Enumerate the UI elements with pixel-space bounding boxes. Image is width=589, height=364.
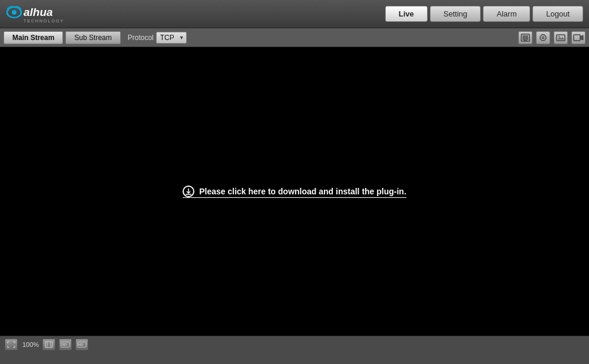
- sub-stream-button[interactable]: Sub Stream: [65, 31, 120, 44]
- snapshot-icon: [538, 34, 548, 42]
- svg-point-1: [12, 10, 16, 15]
- svg-text:TECHNOLOGY: TECHNOLOGY: [24, 19, 64, 23]
- aspect-ratio-icon: [45, 341, 53, 348]
- logo-area: alhua TECHNOLOGY: [6, 3, 77, 25]
- video-record-icon-button[interactable]: [571, 31, 585, 44]
- svg-rect-6: [524, 40, 527, 41]
- nav-setting-button[interactable]: Setting: [430, 6, 481, 22]
- record-image-icon: [556, 34, 565, 42]
- zoom-level: 100%: [22, 341, 39, 348]
- hd-icon: HD: [77, 341, 87, 348]
- svg-point-8: [542, 36, 545, 39]
- nav-buttons: Live Setting Alarm Logout: [385, 6, 583, 22]
- svg-text:SD: SD: [62, 343, 67, 346]
- main-stream-button[interactable]: Main Stream: [4, 31, 63, 44]
- realtime-icon-button[interactable]: [518, 31, 532, 44]
- toolbar-right: [518, 31, 585, 44]
- fullscreen-icon-button[interactable]: [5, 339, 18, 350]
- protocol-select-wrapper[interactable]: TCP UDP RTP: [156, 32, 187, 44]
- header: alhua TECHNOLOGY Live Setting Alarm Logo…: [0, 0, 589, 28]
- nav-logout-button[interactable]: Logout: [532, 6, 583, 22]
- svg-rect-5: [522, 35, 528, 40]
- fullscreen-icon: [7, 341, 15, 348]
- hd-icon-button[interactable]: HD: [75, 339, 88, 350]
- video-record-icon: [573, 34, 584, 42]
- nav-live-button[interactable]: Live: [385, 6, 428, 22]
- protocol-area: Protocol TCP UDP RTP: [128, 32, 187, 44]
- realtime-icon: [521, 34, 530, 42]
- svg-marker-13: [580, 35, 583, 40]
- svg-rect-16: [45, 342, 52, 348]
- dahua-logo: alhua TECHNOLOGY: [6, 3, 77, 25]
- sd-icon-button[interactable]: SD: [59, 339, 72, 350]
- plugin-download-link[interactable]: Please click here to download and instal…: [183, 186, 406, 198]
- statusbar: 100% SD HD: [0, 336, 589, 352]
- toolbar-left: Main Stream Sub Stream Protocol TCP UDP …: [4, 31, 187, 44]
- protocol-label: Protocol: [128, 34, 154, 42]
- snapshot-icon-button[interactable]: [536, 31, 550, 44]
- download-icon: [183, 186, 194, 197]
- svg-rect-9: [541, 34, 545, 35]
- aspect-ratio-icon-button[interactable]: [42, 339, 55, 350]
- svg-text:alhua: alhua: [24, 6, 53, 18]
- svg-text:HD: HD: [78, 343, 83, 346]
- video-area: Please click here to download and instal…: [0, 47, 589, 336]
- protocol-select[interactable]: TCP UDP RTP: [156, 32, 187, 44]
- svg-point-11: [558, 35, 560, 37]
- svg-rect-12: [574, 35, 580, 41]
- download-arrow-icon: [185, 188, 192, 195]
- svg-rect-10: [557, 35, 565, 41]
- toolbar: Main Stream Sub Stream Protocol TCP UDP …: [0, 28, 589, 47]
- nav-alarm-button[interactable]: Alarm: [483, 6, 530, 22]
- record-image-icon-button[interactable]: [554, 31, 568, 44]
- sd-icon: SD: [61, 341, 70, 348]
- plugin-message: Please click here to download and instal…: [199, 187, 406, 196]
